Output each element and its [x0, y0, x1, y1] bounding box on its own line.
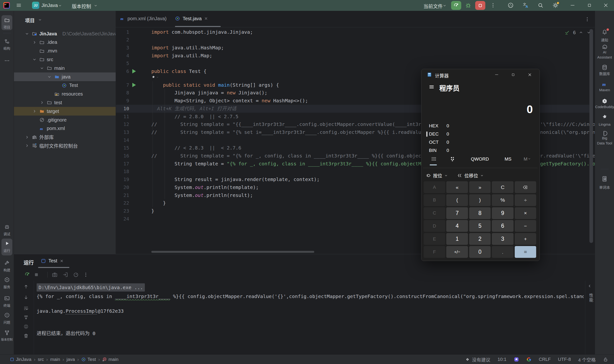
console-more-button[interactable]	[83, 272, 88, 277]
memory-dropdown[interactable]: M	[524, 156, 531, 162]
calc-key-.[interactable]: .	[492, 246, 514, 258]
calc-key-«[interactable]: «	[446, 181, 468, 193]
sidebar-item-运行[interactable]: 运行	[0, 240, 14, 253]
tree-item-Test[interactable]: Test	[14, 81, 116, 90]
calc-key-×[interactable]: ×	[515, 207, 536, 219]
screenshot-button[interactable]	[52, 272, 58, 278]
sidebar-item-more[interactable]	[0, 58, 14, 64]
tree-item-resources[interactable]: resources	[14, 90, 116, 98]
status-item-[interactable]: 没有建议	[465, 356, 490, 363]
calc-key-÷[interactable]: ÷	[515, 194, 536, 206]
calc-key-F[interactable]: F	[424, 246, 445, 258]
rerun-button[interactable]	[24, 272, 30, 278]
run-tab-test[interactable]: Test	[41, 258, 64, 264]
tree-item-.gitignore[interactable]: .gitignore	[14, 116, 116, 124]
chevron-right-icon[interactable]	[40, 100, 44, 105]
calc-key-E[interactable]: E	[424, 233, 445, 245]
settings-button[interactable]	[552, 2, 559, 8]
tree-item-.idea[interactable]: .idea	[14, 38, 116, 47]
chevron-down-icon[interactable]	[25, 31, 29, 36]
calculator-mode[interactable]: 程序员	[439, 83, 460, 93]
sidebar-item-maven[interactable]: m	[595, 81, 614, 87]
breadcrumb-item-main[interactable]: main	[50, 357, 60, 362]
project-avatar[interactable]: JJ	[32, 2, 39, 9]
calculator-maximize-button[interactable]	[509, 72, 517, 77]
run-button[interactable]	[451, 1, 461, 10]
dropdown-bitwise[interactable]: 按位	[426, 172, 448, 179]
search-everywhere-button[interactable]	[537, 2, 544, 8]
inspections-widget[interactable]: 6	[564, 30, 591, 35]
tree-item-外部库[interactable]: 外部库	[14, 133, 116, 142]
calc-key-)[interactable]: )	[469, 194, 491, 206]
sidebar-item-终端[interactable]: 终端	[0, 295, 14, 308]
chevron-right-icon[interactable]	[32, 109, 37, 114]
main-menu-button[interactable]	[16, 2, 22, 8]
vertical-scrollbar[interactable]	[589, 29, 593, 243]
tab-Test-java[interactable]: Test.java	[175, 11, 221, 26]
chevron-right-icon[interactable]	[25, 143, 29, 148]
radix-row-oct[interactable]: OCT0	[424, 138, 511, 146]
memory-store-button[interactable]: MS	[505, 156, 512, 162]
sidebar-item-ai-assistant[interactable]	[595, 44, 614, 50]
radix-row-hex[interactable]: HEX0	[424, 122, 511, 130]
calc-key-B[interactable]: B	[424, 194, 445, 206]
prev-problem-icon[interactable]	[579, 30, 583, 35]
calc-key-»[interactable]: »	[469, 181, 491, 193]
chevron-right-icon[interactable]	[32, 40, 37, 45]
run-line-icon[interactable]	[132, 69, 136, 73]
sidebar-item-调试[interactable]: 调试	[0, 224, 14, 236]
calc-key-C[interactable]: C	[492, 181, 514, 193]
window-close-button[interactable]	[603, 2, 609, 8]
hamburger-icon[interactable]	[429, 84, 435, 90]
soft-wrap-button[interactable]	[23, 306, 29, 311]
sidebar-item--[interactable]	[595, 29, 614, 35]
sidebar-item-构建[interactable]: 构建	[0, 260, 14, 272]
status-item-10:1[interactable]: 10:1	[498, 357, 506, 362]
breadcrumb-item-JinJava[interactable]: JinJava	[10, 357, 31, 362]
sidebar-item--[interactable]	[595, 64, 614, 71]
project-panel-title[interactable]: 项目	[25, 17, 35, 24]
chevron-down-icon[interactable]	[40, 66, 44, 71]
calc-key-=[interactable]: =	[515, 246, 536, 258]
calc-key-D[interactable]: D	[424, 220, 445, 232]
sidebar-item-结构[interactable]: 结构	[0, 39, 14, 51]
status-item-CRLF[interactable]: CRLF	[539, 357, 551, 362]
close-icon[interactable]	[204, 17, 208, 20]
sidebar-item--[interactable]	[595, 176, 614, 182]
run-configuration-selector[interactable]: 当前文件	[423, 3, 443, 10]
status-item[interactable]	[526, 357, 532, 362]
scroll-to-end-button[interactable]	[23, 315, 29, 320]
translate-button[interactable]: 文A	[522, 2, 529, 8]
breadcrumb-item-Test[interactable]: Test	[81, 357, 96, 362]
chevron-down-icon[interactable]	[47, 74, 52, 79]
calculator-minimize-button[interactable]	[493, 72, 501, 77]
sidebar-item-项目[interactable]: 项目	[0, 17, 14, 29]
status-item[interactable]	[603, 357, 608, 362]
window-minimize-button[interactable]	[570, 2, 575, 8]
stop-button-disabled[interactable]	[33, 272, 39, 278]
status-item[interactable]	[514, 357, 519, 362]
tree-item-JinJava[interactable]: JinJavaD:\Code\JavaSec\JinJava	[14, 29, 116, 38]
calc-key-+/−[interactable]: +/−	[446, 246, 468, 258]
sidebar-item-lingma[interactable]	[595, 114, 614, 120]
clear-console-button[interactable]	[23, 333, 29, 338]
close-icon[interactable]	[60, 259, 64, 263]
collapse-icon[interactable]	[587, 284, 592, 288]
project-selector[interactable]: JinJava	[41, 3, 58, 8]
window-maximize-button[interactable]	[587, 3, 592, 8]
calc-key-6[interactable]: 6	[492, 220, 514, 232]
calc-key-8[interactable]: 8	[469, 207, 491, 219]
tab-performance[interactable]: 性能	[588, 293, 594, 302]
calc-key-A[interactable]: A	[424, 181, 445, 193]
calc-key-2[interactable]: 2	[469, 233, 491, 245]
tree-item-pom.xml[interactable]: mpom.xml	[14, 124, 116, 133]
tree-item-main[interactable]: main	[14, 64, 116, 72]
profiler-button[interactable]	[73, 272, 79, 278]
calc-key-−[interactable]: −	[515, 220, 536, 232]
tab-options-button[interactable]	[585, 17, 590, 22]
tree-item-src[interactable]: src	[14, 55, 116, 64]
sidebar-item-问题[interactable]: 问题	[0, 312, 14, 325]
radix-row-dec[interactable]: DEC0	[424, 130, 511, 138]
import-test-results-button[interactable]	[62, 272, 68, 278]
chevron-down-icon[interactable]	[32, 57, 37, 62]
